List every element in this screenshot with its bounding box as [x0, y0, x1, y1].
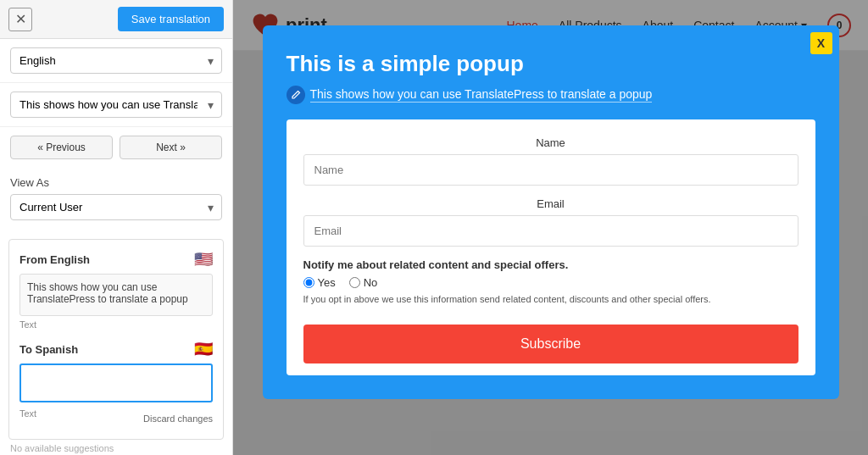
name-input[interactable]: [303, 154, 798, 186]
discard-changes-link[interactable]: Discard changes: [143, 413, 213, 424]
view-as-section: View As Current User Administrator Guest: [0, 168, 232, 230]
no-label: No: [364, 276, 378, 289]
string-select[interactable]: This shows how you can use Translate...: [10, 92, 222, 118]
to-flag: 🇪🇸: [194, 340, 213, 358]
popup: X This is a simple popup This shows how …: [263, 25, 839, 399]
left-panel: ✕ Save translation English Spanish Frenc…: [0, 0, 233, 455]
popup-overlay: X This is a simple popup This shows how …: [233, 0, 868, 455]
source-text-type: Text: [19, 319, 213, 330]
yes-label: Yes: [318, 276, 336, 289]
translation-input[interactable]: [19, 363, 213, 402]
from-lang-header: From English 🇺🇸: [19, 250, 213, 269]
input-footer: Text Discard changes: [19, 408, 213, 429]
save-translation-button[interactable]: Save translation: [118, 7, 224, 31]
translation-section: From English 🇺🇸 This shows how you can u…: [8, 239, 224, 440]
notify-desc: If you opt in above we use this informat…: [303, 294, 798, 304]
right-panel: print Home All Products About Contact Ac…: [233, 0, 868, 455]
notify-section: Notify me about related content and spec…: [303, 258, 798, 304]
yes-radio[interactable]: [303, 277, 314, 288]
popup-subtitle: This shows how you can use TranslatePres…: [310, 87, 653, 103]
name-field: Name: [303, 136, 798, 186]
top-bar: ✕ Save translation: [0, 0, 232, 39]
popup-form: Name Email Notify me about related conte…: [287, 119, 815, 375]
from-flag: 🇺🇸: [194, 250, 213, 269]
view-as-label: View As: [10, 176, 222, 189]
no-suggestions: No available suggestions: [0, 440, 232, 455]
notify-label: Notify me about related content and spec…: [303, 258, 798, 271]
name-label: Name: [303, 136, 798, 149]
language-select-section: English Spanish French German: [0, 39, 232, 83]
popup-subtitle-wrapper: This shows how you can use TranslatePres…: [287, 86, 815, 104]
string-select-wrapper: This shows how you can use Translate...: [10, 92, 222, 118]
string-select-section: This shows how you can use Translate...: [0, 83, 232, 127]
language-select[interactable]: English Spanish French German: [10, 47, 222, 74]
subscribe-button[interactable]: Subscribe: [303, 325, 798, 363]
previous-button[interactable]: « Previous: [10, 136, 113, 159]
popup-close-button[interactable]: X: [810, 32, 832, 54]
edit-icon: [287, 86, 305, 104]
email-field: Email: [303, 197, 798, 247]
view-as-select-wrapper: Current User Administrator Guest: [10, 194, 222, 220]
email-label: Email: [303, 197, 798, 210]
popup-title: This is a simple popup: [287, 51, 815, 77]
nav-buttons: « Previous Next »: [0, 127, 232, 168]
language-select-wrapper: English Spanish French German: [10, 47, 222, 74]
to-text-type: Text: [19, 408, 36, 419]
source-text: This shows how you can use TranslatePres…: [19, 274, 213, 316]
next-button[interactable]: Next »: [120, 136, 222, 159]
close-button[interactable]: ✕: [8, 8, 32, 31]
to-lang-label: To Spanish: [19, 343, 78, 356]
email-input[interactable]: [303, 215, 798, 247]
view-as-select[interactable]: Current User Administrator Guest: [10, 194, 222, 220]
from-lang-label: From English: [19, 253, 90, 266]
yes-radio-label[interactable]: Yes: [303, 276, 336, 289]
no-radio[interactable]: [349, 277, 360, 288]
to-lang-header: To Spanish 🇪🇸: [19, 340, 213, 358]
radio-group: Yes No: [303, 276, 798, 289]
no-radio-label[interactable]: No: [349, 276, 378, 289]
